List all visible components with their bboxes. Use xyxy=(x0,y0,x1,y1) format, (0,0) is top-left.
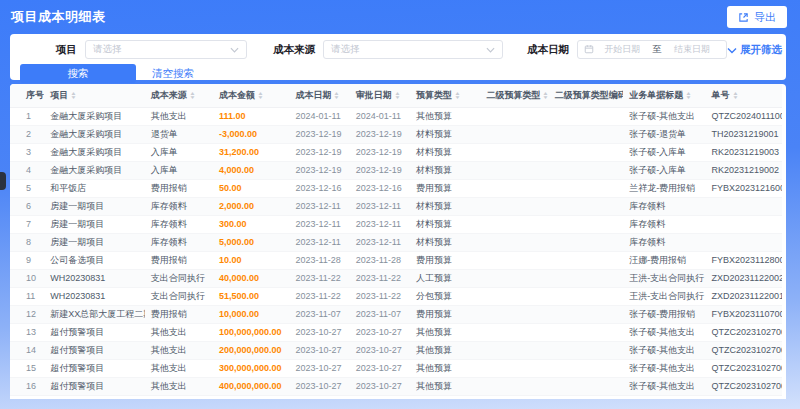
drawer-handle[interactable] xyxy=(0,172,6,190)
table-cell: 超付预警项目 xyxy=(44,395,145,399)
column-header-10[interactable]: 业务单据标题▲▼ xyxy=(623,84,705,107)
table-cell: 300.00 xyxy=(213,215,289,233)
table-row: 17超付预警项目其他支出500,000,000.002023-10-272023… xyxy=(10,395,782,399)
cost-source-select[interactable]: 请选择 xyxy=(323,40,503,59)
column-header-8[interactable]: 二级预算类型▲▼ xyxy=(480,84,548,107)
table-cell: 1 xyxy=(10,107,44,125)
table-cell: 4 xyxy=(10,161,44,179)
column-header-4[interactable]: 成本金额▲▼ xyxy=(213,84,289,107)
table-cell: TH20231219001 xyxy=(706,125,782,143)
table-cell: 超付预警项目 xyxy=(44,323,145,341)
table-cell: FYBX20231107001 xyxy=(706,305,782,323)
table-cell: 2023-11-22 xyxy=(289,269,349,287)
table-cell: 2,000.00 xyxy=(213,197,289,215)
table-cell xyxy=(706,233,782,251)
sort-icon: ▲▼ xyxy=(395,91,400,99)
export-label: 导出 xyxy=(754,10,776,25)
table-cell xyxy=(549,233,623,251)
table-cell xyxy=(549,143,623,161)
table-cell: 张子硕-入库单 xyxy=(623,143,705,161)
table-cell xyxy=(480,269,548,287)
table-cell xyxy=(549,341,623,359)
table-cell xyxy=(480,197,548,215)
table-cell: 10 xyxy=(10,269,44,287)
table-cell: 2023-11-07 xyxy=(350,305,410,323)
table-cell: 王洪-支出合同执行 xyxy=(623,269,705,287)
table-cell: 支出合同执行 xyxy=(145,269,213,287)
table-cell: 张子硕-其他支出 xyxy=(623,377,705,395)
table-cell xyxy=(480,359,548,377)
table-cell: WH20230831 xyxy=(44,287,145,305)
column-header-5[interactable]: 成本日期▲▼ xyxy=(289,84,349,107)
table-cell: 超付预警项目 xyxy=(44,341,145,359)
table-cell: 8 xyxy=(10,233,44,251)
table-cell: 张子硕-其他支出 xyxy=(623,359,705,377)
table-cell xyxy=(480,305,548,323)
table-cell xyxy=(549,251,623,269)
table-row: 11WH20230831支出合同执行51,500.002023-11-22202… xyxy=(10,287,782,305)
table-cell: FYBX20231128001 xyxy=(706,251,782,269)
table-cell: 2023-12-19 xyxy=(350,125,410,143)
table-cell: 2024-01-11 xyxy=(289,107,349,125)
table-row: 14超付预警项目其他支出200,000,000.002023-10-272023… xyxy=(10,341,782,359)
column-header-2[interactable]: 项目▲▼ xyxy=(44,84,145,107)
cost-source-filter-group: 成本来源 请选择 xyxy=(273,40,503,59)
table-cell: 其他支出 xyxy=(145,107,213,125)
column-label: 成本日期 xyxy=(295,90,331,100)
column-header-3[interactable]: 成本来源▲▼ xyxy=(145,84,213,107)
table-cell: ZXD20231122001 xyxy=(706,287,782,305)
table-cell: 13 xyxy=(10,323,44,341)
project-filter-group: 项目 请选择 xyxy=(56,40,247,59)
table-cell: 2023-10-27 xyxy=(350,341,410,359)
project-filter-label: 项目 xyxy=(56,43,77,57)
export-button[interactable]: 导出 xyxy=(727,6,787,28)
table-cell: 31,200.00 xyxy=(213,143,289,161)
table-cell xyxy=(549,287,623,305)
table-row: 16超付预警项目其他支出400,000,000.002023-10-272023… xyxy=(10,377,782,395)
sort-icon: ▲▼ xyxy=(71,91,76,99)
table-cell: 2023-11-07 xyxy=(289,305,349,323)
table-cell: 入库单 xyxy=(145,143,213,161)
table-cell xyxy=(549,305,623,323)
table-cell: 2023-11-28 xyxy=(350,251,410,269)
table-cell: 材料预算 xyxy=(410,161,480,179)
cost-source-select-placeholder: 请选择 xyxy=(331,43,360,56)
table-cell xyxy=(549,125,623,143)
search-button[interactable]: 搜索 xyxy=(20,64,136,83)
project-select[interactable]: 请选择 xyxy=(85,40,247,59)
column-label: 单号 xyxy=(712,90,730,100)
table-cell: 2023-12-19 xyxy=(289,125,349,143)
column-header-6[interactable]: 审批日期▲▼ xyxy=(350,84,410,107)
table-row: 8房建一期项目库存领料5,000.002023-12-112023-12-11材… xyxy=(10,233,782,251)
table-cell: 2023-11-22 xyxy=(350,287,410,305)
table-cell xyxy=(480,125,548,143)
table-row: 9公司备选项目费用报销10.002023-11-282023-11-28费用预算… xyxy=(10,251,782,269)
column-header-11[interactable]: 单号▲▼ xyxy=(706,84,782,107)
cost-date-range-input[interactable]: 开始日期 至 结束日期 xyxy=(577,40,727,59)
top-bar: 项目成本明细表 导出 xyxy=(0,0,800,34)
table-cell xyxy=(480,143,548,161)
column-label: 项目 xyxy=(50,90,68,100)
table-cell: 15 xyxy=(10,359,44,377)
table-cell: 2023-11-22 xyxy=(350,269,410,287)
clear-search-link[interactable]: 清空搜索 xyxy=(152,67,194,81)
table-cell: 2023-10-27 xyxy=(350,377,410,395)
table-cell: 库存领料 xyxy=(145,233,213,251)
table-cell: 2023-12-19 xyxy=(289,161,349,179)
table-cell: 12 xyxy=(10,305,44,323)
expand-filter-link[interactable]: 展开筛选 xyxy=(727,43,782,57)
column-header-7[interactable]: 预算类型▲▼ xyxy=(410,84,480,107)
table-cell xyxy=(480,179,548,197)
table-cell: 300,000,000.00 xyxy=(213,359,289,377)
table-cell: 2023-12-11 xyxy=(350,215,410,233)
cost-source-filter-label: 成本来源 xyxy=(273,43,315,57)
sort-icon: ▲▼ xyxy=(733,91,738,99)
table-cell: 500,000,000.00 xyxy=(213,395,289,399)
table-cell: 2023-10-27 xyxy=(289,359,349,377)
table-cell: FYBX20231216001 xyxy=(706,179,782,197)
table-cell: QTZC20231027002 xyxy=(706,377,782,395)
table-cell: 2023-12-11 xyxy=(289,215,349,233)
column-header-9[interactable]: 二级预算类型编码▲▼ xyxy=(549,84,623,107)
table-cell: 分包预算 xyxy=(410,287,480,305)
table-cell xyxy=(549,359,623,377)
